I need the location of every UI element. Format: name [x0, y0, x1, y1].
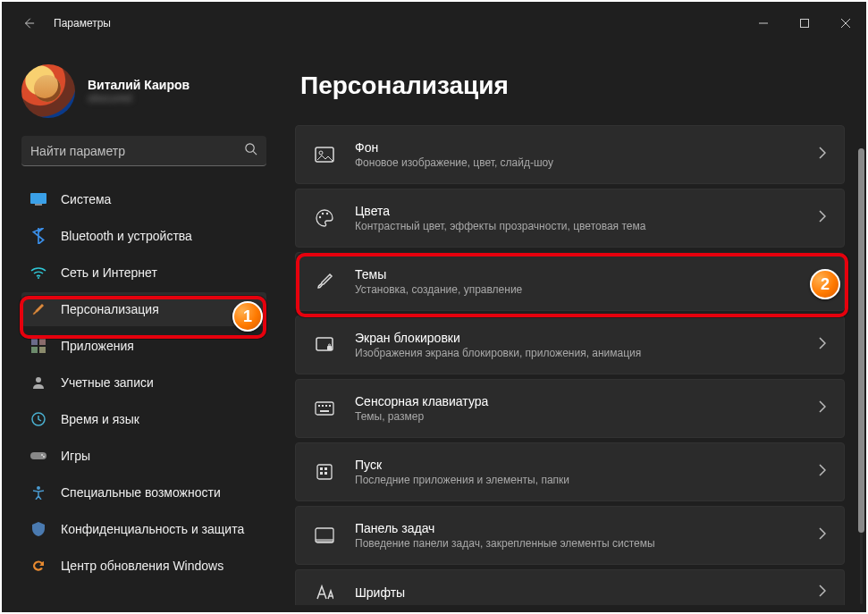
nav-update[interactable]: Центр обновления Windows — [21, 549, 266, 583]
account-icon — [30, 374, 46, 391]
card-start[interactable]: ПускПоследние приложения и элементы, пап… — [295, 442, 845, 501]
colors-icon — [314, 207, 335, 229]
nav-accessibility[interactable]: Специальные возможности — [21, 475, 266, 509]
search-box[interactable] — [21, 136, 266, 166]
svg-rect-25 — [322, 405, 324, 407]
svg-point-18 — [322, 213, 324, 214]
start-icon — [314, 461, 335, 483]
games-icon — [30, 448, 46, 464]
maximize-button[interactable] — [784, 9, 825, 38]
card-colors[interactable]: ЦветаКонтрастный цвет, эффекты прозрачно… — [295, 189, 845, 248]
card-taskbar[interactable]: Панель задачПоведение панели задач, закр… — [295, 506, 845, 565]
svg-rect-3 — [35, 204, 42, 206]
user-subtitle: obscured — [88, 92, 190, 105]
svg-point-16 — [319, 151, 323, 155]
card-subtitle: Контрастный цвет, эффекты прозрачности, … — [355, 220, 819, 232]
nav-apps[interactable]: Приложения — [21, 329, 266, 363]
card-title: Фон — [355, 140, 819, 155]
annotation-badge-2: 2 — [810, 269, 840, 299]
nav-label: Центр обновления Windows — [61, 559, 223, 573]
card-lockscreen[interactable]: Экран блокировкиИзображения экрана блоки… — [295, 315, 845, 374]
nav-label: Время и язык — [61, 412, 139, 426]
chevron-right-icon — [819, 585, 826, 601]
wifi-icon — [30, 265, 46, 281]
titlebar: Параметры — [2, 2, 866, 45]
svg-point-4 — [38, 277, 39, 279]
back-button[interactable] — [16, 11, 41, 36]
card-subtitle: Темы, размер — [355, 410, 819, 423]
nav-bluetooth[interactable]: Bluetooth и устройства — [21, 219, 266, 253]
main-content: Персонализация ФонФоновое изображение, ц… — [279, 45, 866, 612]
nav-label: Учетные записи — [61, 375, 154, 390]
svg-rect-0 — [801, 20, 809, 28]
nav-label: Игры — [61, 449, 90, 463]
svg-rect-6 — [39, 339, 46, 345]
bluetooth-icon — [30, 228, 46, 244]
nav-network[interactable]: Сеть и Интернет — [21, 256, 266, 290]
themes-icon — [314, 271, 335, 292]
window-controls — [743, 9, 866, 38]
svg-rect-2 — [30, 193, 46, 204]
nav-label: Персонализация — [61, 302, 159, 316]
nav-system[interactable]: Система — [21, 182, 266, 216]
svg-point-14 — [37, 486, 40, 490]
svg-rect-26 — [325, 405, 327, 407]
svg-rect-21 — [327, 346, 332, 350]
card-subtitle: Поведение панели задач, закрепленные эле… — [355, 537, 819, 550]
card-title: Панель задач — [355, 521, 819, 535]
annotation-badge-1: 1 — [232, 301, 263, 332]
nav-personalization[interactable]: Персонализация — [21, 292, 266, 326]
nav-privacy[interactable]: Конфиденциальность и защита — [21, 512, 266, 546]
search-input[interactable] — [30, 144, 244, 158]
minimize-button[interactable] — [743, 9, 784, 38]
nav-label: Сеть и Интернет — [61, 265, 157, 280]
avatar — [21, 64, 75, 118]
card-background[interactable]: ФонФоновое изображение, цвет, слайд-шоу — [295, 125, 845, 184]
close-button[interactable] — [825, 9, 866, 38]
card-themes[interactable]: ТемыУстановка, создание, управление — [295, 252, 845, 311]
user-block[interactable]: Виталий Каиров obscured — [21, 45, 266, 136]
card-title: Сенсорная клавиатура — [355, 394, 819, 408]
svg-point-19 — [326, 213, 328, 214]
chevron-right-icon — [819, 147, 826, 163]
accessibility-icon — [30, 484, 46, 500]
card-title: Темы — [355, 267, 819, 282]
nav-label: Bluetooth и устройства — [61, 229, 192, 243]
chevron-right-icon — [819, 210, 826, 226]
page-title: Персонализация — [300, 71, 845, 100]
chevron-right-icon — [819, 464, 826, 480]
nav-label: Приложения — [61, 339, 134, 353]
sidebar: Виталий Каиров obscured Система Bluetoot… — [2, 45, 279, 612]
nav-time[interactable]: Время и язык — [21, 402, 266, 436]
system-icon — [30, 191, 46, 207]
svg-point-17 — [319, 216, 321, 218]
card-subtitle: Фоновое изображение, цвет, слайд-шоу — [355, 156, 819, 169]
svg-rect-27 — [329, 405, 331, 407]
chevron-right-icon — [819, 527, 826, 543]
fonts-icon — [314, 582, 335, 603]
nav-accounts[interactable]: Учетные записи — [21, 366, 266, 400]
time-icon — [30, 411, 46, 427]
svg-rect-28 — [320, 410, 329, 412]
svg-rect-11 — [30, 452, 46, 459]
scrollbar-thumb[interactable] — [858, 148, 864, 533]
card-touchkeyboard[interactable]: Сенсорная клавиатураТемы, размер — [295, 379, 845, 438]
svg-point-12 — [41, 454, 43, 456]
card-subtitle: Установка, создание, управление — [355, 283, 819, 296]
card-title: Пуск — [355, 458, 819, 472]
back-arrow-icon — [22, 17, 35, 29]
chevron-right-icon — [819, 337, 826, 353]
brush-icon — [30, 301, 46, 317]
nav-label: Система — [61, 192, 111, 206]
card-title: Цвета — [355, 204, 819, 218]
card-title: Шрифты — [355, 585, 819, 600]
user-name: Виталий Каиров — [88, 78, 190, 92]
svg-rect-7 — [31, 347, 38, 353]
card-subtitle: Последние приложения и элементы, папки — [355, 474, 819, 486]
nav-gaming[interactable]: Игры — [21, 439, 266, 473]
svg-rect-32 — [320, 472, 323, 475]
card-fonts[interactable]: Шрифты — [295, 569, 845, 605]
svg-rect-33 — [324, 472, 327, 475]
nav-label: Специальные возможности — [61, 485, 221, 500]
svg-point-9 — [36, 377, 41, 383]
